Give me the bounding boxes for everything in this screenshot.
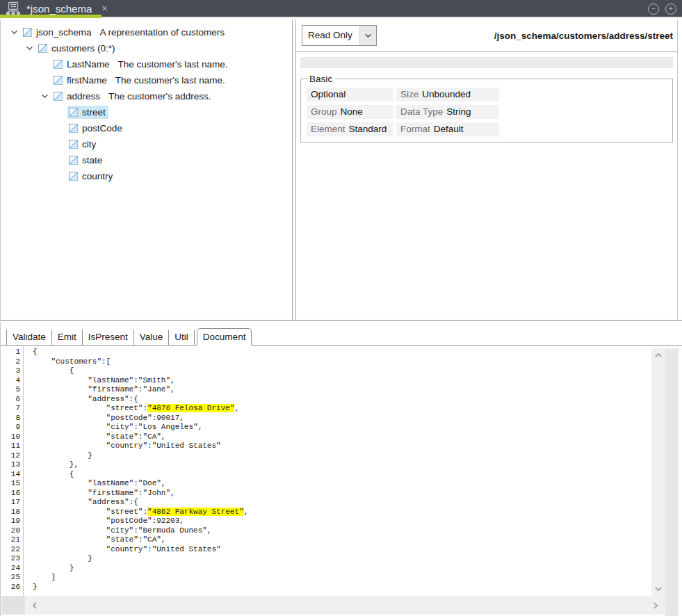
tree-node-city[interactable]: city xyxy=(67,138,99,151)
mode-dropdown[interactable]: Read Only xyxy=(302,25,377,46)
tree-node-json-schema[interactable]: json_schema xyxy=(22,26,95,39)
tree-item-street[interactable]: street xyxy=(1,104,292,120)
window-minimize-icon[interactable]: − xyxy=(648,3,659,15)
tree-item-label: street xyxy=(82,107,106,117)
tree-item-label: state xyxy=(82,155,102,165)
document-source-editor[interactable]: 1234567891011121314151617181920212223242… xyxy=(1,346,651,596)
code-line: "state":"CA", xyxy=(33,432,248,442)
tree-node-postcode[interactable]: postCode xyxy=(67,122,125,135)
code-line: } xyxy=(33,451,248,461)
field-value: String xyxy=(446,106,471,117)
code-line: { xyxy=(33,470,248,480)
application-window: *json_schema × − + json_schemaA represen… xyxy=(0,0,682,616)
tree-item-label: country xyxy=(82,171,113,181)
element-icon xyxy=(38,44,47,53)
tree-item-label: city xyxy=(82,139,96,149)
basic-section-title: Basic xyxy=(308,74,335,84)
element-icon xyxy=(54,92,63,101)
tree-item-lastname[interactable]: LastNameThe customer's last name. xyxy=(1,56,292,72)
line-number: 4 xyxy=(1,376,20,386)
selected-node-path: /json_schema/customers/address/street xyxy=(494,31,673,41)
tree-item-label: json_schema xyxy=(36,27,92,38)
tree-node-street[interactable]: street xyxy=(67,106,108,119)
highlighted-street-value: "4876 Felosa Drive" xyxy=(147,404,234,412)
chevron-down-icon[interactable] xyxy=(22,44,37,52)
chevron-down-icon[interactable] xyxy=(6,29,22,36)
horizontal-splitter[interactable] xyxy=(0,320,682,321)
tree-node-country[interactable]: country xyxy=(67,170,115,183)
code-line: "street":"4876 Felosa Drive", xyxy=(33,404,248,414)
field-size: SizeUnbounded xyxy=(396,88,499,102)
tree-item-label: firstName xyxy=(67,75,107,86)
tree-node-customers[interactable]: customers (0:*) xyxy=(37,42,118,55)
element-icon xyxy=(69,124,78,133)
scroll-down-icon[interactable] xyxy=(654,585,663,593)
field-optional: Optional xyxy=(307,88,393,102)
scrollbar-corner xyxy=(1,596,25,615)
tree-node-firstname[interactable]: firstName xyxy=(52,74,110,87)
tree-node-address[interactable]: address xyxy=(52,90,103,103)
code-text[interactable]: { "customers":[ { "lastName":"Smith", "f… xyxy=(24,346,248,596)
code-line: }, xyxy=(33,460,248,470)
tree-item-label: postCode xyxy=(82,123,122,133)
field-format: FormatDefault xyxy=(396,122,499,136)
tree-item-country[interactable]: country xyxy=(1,168,292,184)
field-label: Data Type xyxy=(400,106,443,117)
tab-ispresent[interactable]: IsPresent xyxy=(83,330,134,345)
code-line: "firstName":"John", xyxy=(33,489,248,499)
code-line: "country":"United States" xyxy=(33,441,248,451)
code-line: "postCode":90017, xyxy=(33,414,248,423)
field-value: None xyxy=(341,106,363,117)
chevron-down-icon[interactable] xyxy=(37,92,52,100)
tree-item-postcode[interactable]: postCode xyxy=(1,120,292,136)
properties-panel: Read Only /json_schema/customers/address… xyxy=(295,19,678,320)
bottom-panel: ValidateEmitIsPresentValueUtilDocument 1… xyxy=(0,322,682,616)
tree-node-lastname[interactable]: LastName xyxy=(52,58,113,71)
element-icon xyxy=(54,60,63,69)
horizontal-scrollbar[interactable] xyxy=(1,596,665,615)
line-number: 5 xyxy=(1,385,20,395)
line-number: 25 xyxy=(1,573,20,583)
line-number: 16 xyxy=(1,489,20,499)
tab-validate[interactable]: Validate xyxy=(6,330,52,345)
tree-item-city[interactable]: city xyxy=(1,136,292,152)
field-element: ElementStandard xyxy=(307,122,393,136)
tab-emit[interactable]: Emit xyxy=(52,330,83,345)
code-line: "customers":[ xyxy=(33,357,248,367)
line-number: 17 xyxy=(1,498,20,508)
tree-item-label: LastName xyxy=(67,59,110,70)
tree-item-customers[interactable]: customers (0:*) xyxy=(1,40,292,56)
field-label: Group xyxy=(311,106,337,117)
dropdown-chevron-icon[interactable] xyxy=(359,26,376,45)
line-number-gutter: 1234567891011121314151617181920212223242… xyxy=(1,346,24,596)
tree-item-address[interactable]: addressThe customer's address. xyxy=(1,88,292,104)
basic-fields: OptionalSizeUnboundedGroupNoneData TypeS… xyxy=(307,88,667,136)
tree-item-description: The customer's last name. xyxy=(118,59,228,70)
element-icon xyxy=(69,140,78,149)
code-line: "postCode":92203, xyxy=(33,517,248,526)
code-line: } xyxy=(33,583,248,592)
code-line: "state":"CA", xyxy=(33,535,248,545)
line-number: 20 xyxy=(1,526,20,536)
document-tab-title[interactable]: *json_schema xyxy=(26,3,92,15)
scroll-left-icon[interactable] xyxy=(31,601,39,610)
tree-node-state[interactable]: state xyxy=(67,154,105,167)
tab-util[interactable]: Util xyxy=(169,330,195,345)
line-number: 23 xyxy=(1,554,20,564)
tree-item-firstname[interactable]: firstNameThe customer's last name. xyxy=(1,72,292,88)
tree-item-json-schema[interactable]: json_schemaA representation of customers xyxy=(1,24,292,40)
tab-close-icon[interactable]: × xyxy=(102,3,107,14)
tree-item-state[interactable]: state xyxy=(1,152,292,168)
vertical-scrollbar[interactable] xyxy=(651,348,665,596)
line-number: 7 xyxy=(1,404,20,414)
field-label: Size xyxy=(400,89,419,99)
scroll-right-icon[interactable] xyxy=(651,601,660,610)
properties-toolbar xyxy=(300,57,673,68)
window-maximize-icon[interactable]: + xyxy=(665,3,676,15)
code-line: "address":{ xyxy=(33,395,248,405)
scroll-up-icon[interactable] xyxy=(654,351,663,359)
tab-document[interactable]: Document xyxy=(197,328,252,346)
active-tab-underline xyxy=(0,15,102,18)
properties-header: Read Only /json_schema/customers/address… xyxy=(296,19,677,52)
tab-value[interactable]: Value xyxy=(134,330,170,345)
